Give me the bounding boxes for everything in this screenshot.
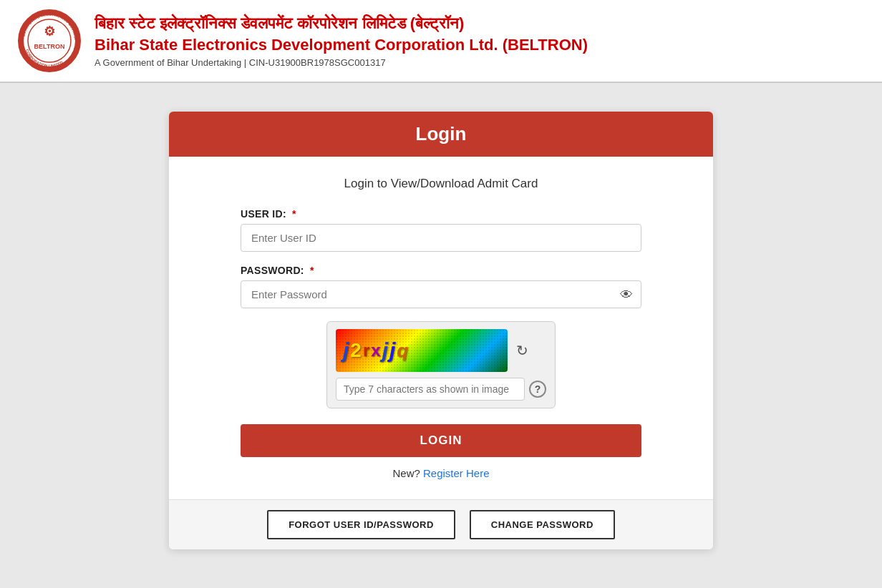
register-text-label: New? [392,467,420,479]
password-group: PASSWORD: * 👁 [241,265,641,308]
english-brand-text: (BELTRON) [503,36,588,54]
captcha-container: j 2 r x j j q ↻ ? [241,321,641,408]
captcha-input[interactable] [336,378,525,401]
captcha-image-row: j 2 r x j j q ↻ [336,329,546,372]
svg-text:BELTRON: BELTRON [34,43,65,50]
captcha-text-overlay: j 2 r x j j q [336,329,508,372]
card-body: Login to View/Download Admit Card USER I… [169,157,713,499]
hindi-brand-text: (बेल्ट्रॉन) [410,14,465,32]
user-id-group: USER ID: * [241,208,641,252]
captcha-char-2: 2 [350,339,362,362]
card-header: Login [169,112,713,157]
login-button[interactable]: LOGIN [241,424,641,457]
captcha-char-3: r [363,340,369,361]
hindi-title-text: बिहार स्टेट इलेक्ट्रॉनिक्स डेवलपमेंट कॉर… [94,14,406,32]
captcha-help-button[interactable]: ? [529,381,546,398]
header-hindi-title: बिहार स्टेट इलेक्ट्रॉनिक्स डेवलपमेंट कॉर… [94,14,588,33]
card-subtitle: Login to View/Download Admit Card [241,177,641,191]
captcha-char-6: j [389,338,395,363]
user-id-label: USER ID: * [241,208,641,220]
card-title: Login [180,123,702,145]
password-input[interactable] [241,280,641,308]
captcha-char-4: x [371,340,380,361]
login-card: Login Login to View/Download Admit Card … [169,112,713,549]
page-header: BIHAR STATE ELECTRONICS DEVELOPMENT CORP… [0,0,882,83]
register-link[interactable]: Register Here [423,467,490,479]
change-password-button[interactable]: CHANGE PASSWORD [470,510,615,539]
toggle-password-icon[interactable]: 👁 [620,287,633,302]
captcha-refresh-button[interactable]: ↻ [513,339,531,362]
captcha-input-row: ? [336,378,546,401]
register-section: New? Register Here [241,467,641,479]
header-text-block: बिहार स्टेट इलेक्ट्रॉनिक्स डेवलपमेंट कॉर… [94,14,588,68]
captcha-char-7: q [397,340,408,362]
forgot-password-button[interactable]: FORGOT USER ID/PASSWORD [267,510,455,539]
header-subtitle: A Government of Bihar Undertaking | CIN-… [94,57,588,68]
password-wrapper: 👁 [241,280,641,308]
english-title-text: Bihar State Electronics Development Corp… [94,36,498,54]
captcha-char-5: j [382,338,388,363]
card-footer: FORGOT USER ID/PASSWORD CHANGE PASSWORD [169,499,713,549]
captcha-box: j 2 r x j j q ↻ ? [326,321,556,408]
user-id-input[interactable] [241,224,641,252]
main-content: Login Login to View/Download Admit Card … [0,83,882,578]
header-english-title: Bihar State Electronics Development Corp… [94,36,588,54]
password-label: PASSWORD: * [241,265,641,276]
beltron-logo: BIHAR STATE ELECTRONICS DEVELOPMENT CORP… [17,9,82,73]
captcha-image: j 2 r x j j q [336,329,508,372]
password-required: * [310,265,314,276]
user-id-required: * [292,208,296,220]
svg-text:⚙: ⚙ [44,24,55,39]
captcha-char-1: j [343,338,349,363]
